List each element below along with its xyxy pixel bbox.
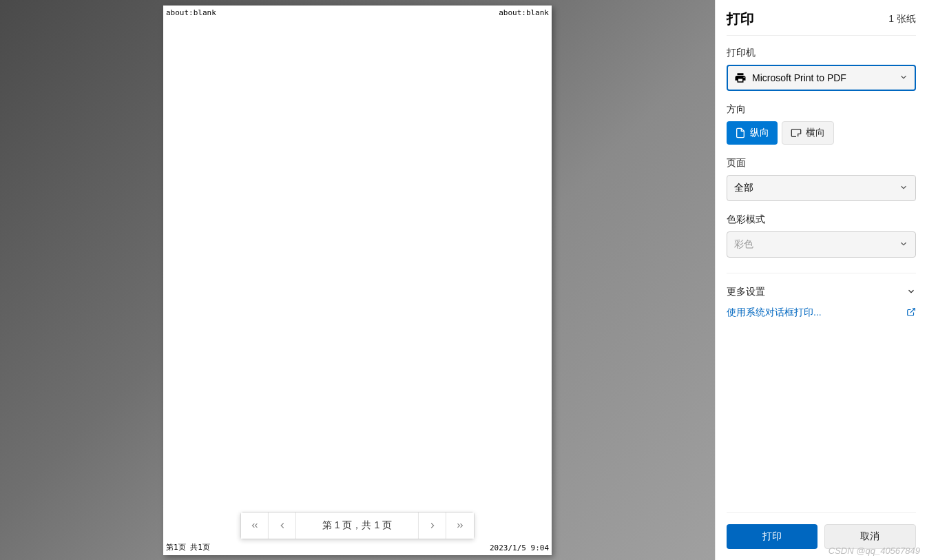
next-page-button[interactable] bbox=[419, 512, 446, 539]
cancel-button[interactable]: 取消 bbox=[824, 524, 917, 549]
page-header-left: about:blank bbox=[166, 8, 216, 17]
chevron-double-right-icon bbox=[455, 521, 465, 530]
prev-page-button[interactable] bbox=[269, 512, 296, 539]
color-mode-select[interactable]: 彩色 bbox=[727, 231, 916, 258]
system-dialog-label: 使用系统对话框打印... bbox=[727, 307, 822, 319]
last-page-button[interactable] bbox=[446, 512, 474, 539]
external-link-icon bbox=[906, 307, 916, 319]
chevron-down-icon bbox=[899, 239, 908, 251]
portrait-page-icon bbox=[735, 127, 746, 138]
printer-select[interactable]: Microsoft Print to PDF bbox=[727, 65, 916, 91]
svg-line-0 bbox=[910, 308, 915, 312]
page-footer-right: 2023/1/5 9:04 bbox=[490, 543, 549, 552]
portrait-label: 纵向 bbox=[750, 127, 769, 139]
chevron-down-icon bbox=[906, 287, 916, 298]
page-navigator: 第 1 页，共 1 页 bbox=[240, 512, 475, 539]
color-mode-value: 彩色 bbox=[734, 238, 899, 251]
pages-value: 全部 bbox=[734, 182, 899, 194]
printer-label: 打印机 bbox=[727, 47, 916, 59]
chevron-right-icon bbox=[428, 521, 437, 530]
more-settings-toggle[interactable]: 更多设置 bbox=[727, 283, 916, 301]
orientation-landscape-button[interactable]: 横向 bbox=[782, 121, 834, 145]
system-dialog-link[interactable]: 使用系统对话框打印... bbox=[727, 301, 916, 324]
pages-select[interactable]: 全部 bbox=[727, 175, 916, 201]
chevron-down-icon bbox=[899, 72, 908, 84]
chevron-double-left-icon bbox=[249, 521, 259, 530]
page-footer-left: 第1页 共1页 bbox=[166, 542, 210, 552]
chevron-left-icon bbox=[277, 521, 287, 530]
print-settings-sidebar: 打印 1 张纸 打印机 Microsoft Print to PDF 方向 纵向… bbox=[715, 0, 927, 560]
print-preview-area: about:blank about:blank 第1页 共1页 2023/1/5… bbox=[0, 0, 715, 560]
landscape-label: 横向 bbox=[806, 127, 825, 139]
sheet-count: 1 张纸 bbox=[888, 13, 916, 25]
orientation-label: 方向 bbox=[727, 103, 916, 116]
orientation-portrait-button[interactable]: 纵向 bbox=[727, 121, 778, 145]
print-button[interactable]: 打印 bbox=[727, 524, 817, 549]
preview-page: about:blank about:blank 第1页 共1页 2023/1/5… bbox=[163, 6, 552, 555]
pager-label: 第 1 页，共 1 页 bbox=[296, 512, 419, 539]
printer-value: Microsoft Print to PDF bbox=[752, 72, 899, 83]
more-settings-label: 更多设置 bbox=[727, 286, 765, 298]
pages-label: 页面 bbox=[727, 157, 916, 169]
printer-icon bbox=[734, 72, 747, 84]
divider bbox=[727, 273, 916, 273]
landscape-page-icon bbox=[791, 127, 802, 138]
page-header-right: about:blank bbox=[499, 8, 549, 17]
color-mode-label: 色彩模式 bbox=[727, 214, 916, 226]
chevron-down-icon bbox=[899, 183, 908, 194]
sidebar-title: 打印 bbox=[727, 10, 754, 28]
first-page-button[interactable] bbox=[241, 512, 269, 539]
